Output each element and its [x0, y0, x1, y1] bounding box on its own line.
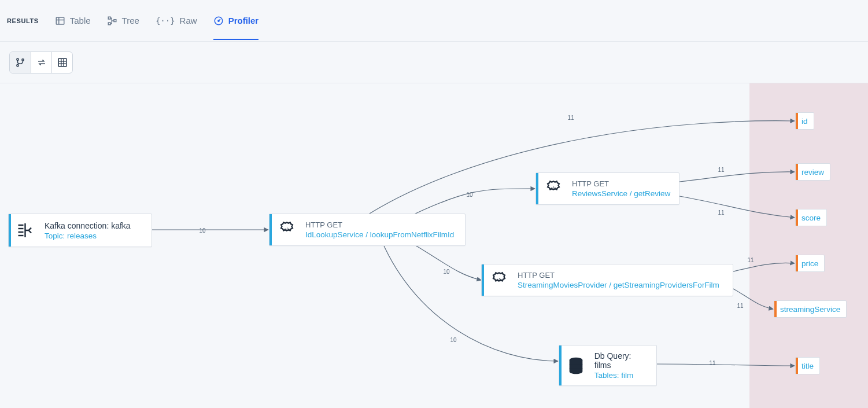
node-title: Kafka connection: kafka — [45, 221, 131, 230]
node-reviews[interactable]: </> HTTP GET ReviewsService / getReview — [535, 172, 679, 205]
view-graph-button[interactable] — [10, 52, 31, 73]
node-streaming[interactable]: </> HTTP GET StreamingMoviesProvider / g… — [481, 264, 733, 296]
svg-rect-5 — [114, 19, 116, 21]
node-service: IdLookupService / lookupFromNetflixFilmI… — [305, 230, 454, 239]
tabs: Table Tree {··} Raw Profiler — [55, 2, 258, 40]
svg-text:</>: </> — [496, 277, 503, 283]
node-accent — [559, 345, 562, 385]
svg-point-7 — [218, 20, 219, 21]
tab-table[interactable]: Table — [55, 2, 91, 40]
tab-raw[interactable]: {··} Raw — [156, 2, 197, 39]
edge-label: 11 — [718, 209, 724, 216]
tab-raw-label: Raw — [180, 16, 197, 25]
node-service: StreamingMoviesProvider / getStreamingPr… — [518, 281, 719, 289]
gear-icon: </> — [487, 270, 511, 290]
edge-label: 11 — [718, 167, 724, 173]
svg-point-9 — [17, 64, 19, 66]
node-subtitle: Tables: film — [594, 371, 648, 380]
tab-table-label: Table — [70, 16, 91, 25]
node-accent — [536, 173, 538, 204]
svg-point-8 — [17, 58, 19, 60]
table-icon — [55, 16, 65, 26]
view-sequence-button[interactable] — [31, 52, 51, 73]
node-accent — [796, 164, 798, 180]
svg-rect-11 — [58, 58, 67, 67]
node-method: HTTP GET — [305, 220, 454, 229]
node-accent — [796, 113, 798, 129]
edge-label: 10 — [466, 192, 472, 198]
node-accent — [796, 255, 798, 271]
node-accent — [774, 301, 777, 317]
output-label: title — [801, 362, 814, 370]
node-accent — [482, 264, 484, 296]
node-kafka[interactable]: Kafka connection: kafka Topic: releases — [8, 214, 152, 247]
gear-icon: </> — [542, 179, 565, 199]
output-label: streamingService — [780, 305, 840, 314]
svg-text:</>: </> — [550, 186, 557, 192]
output-label: price — [801, 259, 818, 268]
tabbar: RESULTS Table Tree {··} Raw Profiler — [0, 0, 868, 42]
svg-rect-0 — [56, 17, 64, 24]
node-subtitle: Topic: releases — [45, 231, 131, 240]
edge-label: 11 — [737, 303, 743, 309]
output-score[interactable]: score — [795, 209, 827, 226]
edge-label: 11 — [747, 257, 754, 263]
svg-rect-3 — [108, 17, 110, 19]
output-label: review — [801, 168, 824, 177]
kafka-icon — [14, 220, 38, 241]
output-label: id — [801, 117, 808, 126]
node-accent — [9, 214, 11, 247]
node-method: HTTP GET — [518, 271, 719, 280]
edge-label: 10 — [450, 337, 456, 343]
swap-icon — [36, 57, 47, 68]
node-dbfilms[interactable]: Db Query: films Tables: film — [559, 345, 657, 386]
svg-rect-4 — [108, 23, 110, 25]
view-toggle — [9, 52, 73, 73]
tab-profiler[interactable]: Profiler — [213, 2, 259, 40]
raw-icon: {··} — [156, 16, 175, 25]
node-method: HTTP GET — [572, 179, 670, 188]
view-grid-button[interactable] — [51, 52, 72, 73]
branch-icon — [15, 57, 25, 68]
edge-label: 10 — [443, 269, 449, 275]
database-icon — [565, 356, 588, 376]
node-accent — [796, 209, 798, 226]
profiler-canvas[interactable]: 10 11 10 11 11 10 11 11 10 11 Kafka conn… — [0, 83, 868, 408]
node-service: ReviewsService / getReview — [572, 189, 670, 198]
node-accent — [796, 358, 798, 374]
tab-tree-label: Tree — [122, 16, 139, 25]
results-label: RESULTS — [7, 17, 39, 24]
edge-label: 11 — [567, 115, 574, 121]
output-price[interactable]: price — [795, 255, 825, 272]
output-label: score — [801, 214, 821, 222]
tree-icon — [107, 16, 117, 26]
toolbar — [0, 42, 868, 83]
svg-text:</>: </> — [283, 227, 290, 233]
edge-label: 10 — [199, 227, 205, 234]
output-id[interactable]: id — [795, 112, 814, 130]
output-streamingservice[interactable]: streamingService — [774, 300, 847, 318]
gauge-icon — [213, 16, 224, 26]
output-title[interactable]: title — [795, 357, 820, 374]
tab-tree[interactable]: Tree — [107, 2, 139, 40]
edge-label: 11 — [709, 360, 715, 366]
grid-icon — [57, 57, 68, 68]
svg-point-10 — [22, 58, 24, 60]
node-title: Db Query: films — [594, 351, 648, 370]
gear-icon: </> — [275, 220, 298, 240]
node-idlookup[interactable]: </> HTTP GET IdLookupService / lookupFro… — [269, 214, 466, 246]
output-review[interactable]: review — [795, 163, 830, 181]
tab-profiler-label: Profiler — [228, 16, 259, 25]
node-accent — [269, 214, 272, 245]
